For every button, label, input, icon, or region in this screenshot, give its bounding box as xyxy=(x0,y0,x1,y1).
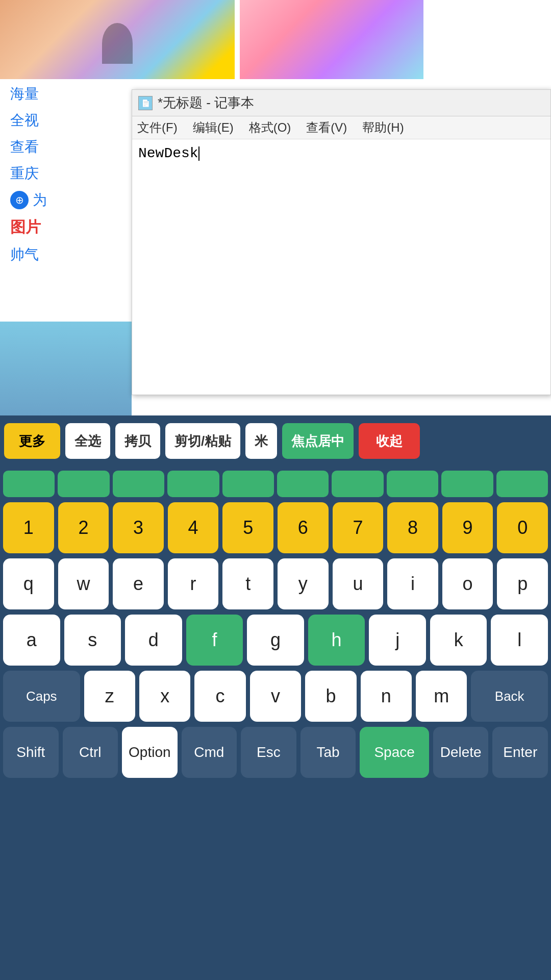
key-0[interactable]: 0 xyxy=(497,502,548,553)
key-b[interactable]: b xyxy=(305,671,356,722)
key-delete[interactable]: Delete xyxy=(433,727,489,778)
key-l[interactable]: l xyxy=(491,615,548,666)
key-q[interactable]: q xyxy=(3,558,54,609)
key-esc[interactable]: Esc xyxy=(241,727,296,778)
key-g[interactable]: g xyxy=(247,615,304,666)
key-j[interactable]: j xyxy=(369,615,426,666)
key-m[interactable]: m xyxy=(416,671,467,722)
swipe-key-5[interactable] xyxy=(222,471,274,497)
key-n[interactable]: n xyxy=(361,671,412,722)
swipe-key-3[interactable] xyxy=(113,471,164,497)
key-7[interactable]: 7 xyxy=(333,502,384,553)
bg-image-3 xyxy=(0,322,132,416)
key-o[interactable]: o xyxy=(442,558,493,609)
key-3[interactable]: 3 xyxy=(113,502,164,553)
key-shift[interactable]: Shift xyxy=(3,727,59,778)
key-p[interactable]: p xyxy=(497,558,548,609)
key-ctrl[interactable]: Ctrl xyxy=(63,727,118,778)
select-all-button[interactable]: 全选 xyxy=(65,423,110,459)
key-a[interactable]: a xyxy=(3,615,60,666)
key-t[interactable]: t xyxy=(222,558,273,609)
key-8[interactable]: 8 xyxy=(387,502,438,553)
more-button[interactable]: 更多 xyxy=(4,423,60,459)
keyboard-area: 1 2 3 4 5 6 7 8 9 0 q w e r t y u i o p … xyxy=(0,467,551,980)
swipe-key-8[interactable] xyxy=(387,471,438,497)
key-y[interactable]: y xyxy=(278,558,329,609)
key-cmd[interactable]: Cmd xyxy=(182,727,237,778)
key-w[interactable]: w xyxy=(58,558,109,609)
search-icon: ⊕ xyxy=(10,191,29,209)
notepad-title: *无标题 - 记事本 xyxy=(158,94,254,112)
swipe-key-9[interactable] xyxy=(441,471,493,497)
key-v[interactable]: v xyxy=(250,671,301,722)
swipe-key-7[interactable] xyxy=(332,471,383,497)
swipe-key-2[interactable] xyxy=(58,471,109,497)
key-option[interactable]: Option xyxy=(122,727,178,778)
key-x[interactable]: x xyxy=(139,671,190,722)
swipe-row xyxy=(3,471,548,497)
focus-button[interactable]: 焦点居中 xyxy=(282,423,354,459)
key-tab[interactable]: Tab xyxy=(300,727,356,778)
key-h[interactable]: h xyxy=(308,615,365,666)
key-enter[interactable]: Enter xyxy=(492,727,548,778)
key-z[interactable]: z xyxy=(84,671,135,722)
notepad-icon: 📄 xyxy=(138,96,153,110)
key-2[interactable]: 2 xyxy=(58,502,109,553)
zxcv-row: Caps z x c v b n m Back xyxy=(3,671,548,722)
menu-file[interactable]: 文件(F) xyxy=(137,119,178,136)
key-caps[interactable]: Caps xyxy=(3,671,80,722)
key-back[interactable]: Back xyxy=(471,671,548,722)
copy-button[interactable]: 拷贝 xyxy=(115,423,160,459)
misc-button[interactable]: 米 xyxy=(245,423,277,459)
menu-edit[interactable]: 编辑(E) xyxy=(193,119,234,136)
cut-paste-button[interactable]: 剪切/粘贴 xyxy=(165,423,240,459)
menu-view[interactable]: 查看(V) xyxy=(306,119,347,136)
notepad-text: NewDesk xyxy=(138,145,199,161)
notepad-menubar[interactable]: 文件(F) 编辑(E) 格式(O) 查看(V) 帮助(H) xyxy=(132,116,550,139)
key-space[interactable]: Space xyxy=(360,727,429,778)
key-6[interactable]: 6 xyxy=(278,502,329,553)
key-5[interactable]: 5 xyxy=(222,502,273,553)
key-4[interactable]: 4 xyxy=(168,502,219,553)
notepad-window: 📄 *无标题 - 记事本 文件(F) 编辑(E) 格式(O) 查看(V) 帮助(… xyxy=(132,89,551,395)
key-d[interactable]: d xyxy=(125,615,182,666)
menu-format[interactable]: 格式(O) xyxy=(249,119,291,136)
keyboard-toolbar: 更多 全选 拷贝 剪切/粘贴 米 焦点居中 收起 xyxy=(0,415,551,467)
swipe-key-6[interactable] xyxy=(277,471,329,497)
key-e[interactable]: e xyxy=(113,558,164,609)
bottom-row: Shift Ctrl Option Cmd Esc Tab Space Dele… xyxy=(3,727,548,778)
swipe-key-4[interactable] xyxy=(167,471,219,497)
swipe-key-10[interactable] xyxy=(496,471,548,497)
notepad-titlebar: 📄 *无标题 - 记事本 xyxy=(132,90,550,116)
key-k[interactable]: k xyxy=(430,615,487,666)
bg-image-1 xyxy=(0,0,235,79)
key-c[interactable]: c xyxy=(194,671,245,722)
key-i[interactable]: i xyxy=(387,558,438,609)
swipe-key-1[interactable] xyxy=(3,471,55,497)
key-f[interactable]: f xyxy=(186,615,243,666)
asdf-row: a s d f g h j k l xyxy=(3,615,548,666)
number-row: 1 2 3 4 5 6 7 8 9 0 xyxy=(3,502,548,553)
hide-button[interactable]: 收起 xyxy=(359,423,420,459)
key-u[interactable]: u xyxy=(333,558,384,609)
notepad-content[interactable]: NewDesk xyxy=(132,139,550,395)
qwerty-row: q w e r t y u i o p xyxy=(3,558,548,609)
key-9[interactable]: 9 xyxy=(442,502,493,553)
menu-help[interactable]: 帮助(H) xyxy=(362,119,404,136)
key-1[interactable]: 1 xyxy=(3,502,54,553)
bg-image-2 xyxy=(240,0,423,79)
key-r[interactable]: r xyxy=(168,558,219,609)
key-s[interactable]: s xyxy=(64,615,121,666)
